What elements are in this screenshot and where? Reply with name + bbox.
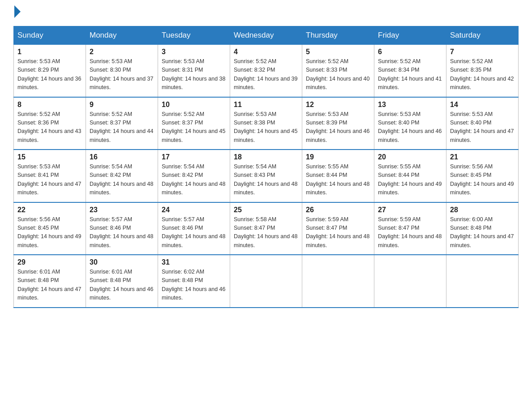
calendar-cell: 29 Sunrise: 6:01 AMSunset: 8:48 PMDaylig… [14, 255, 86, 308]
calendar-cell: 17 Sunrise: 5:54 AMSunset: 8:42 PMDaylig… [158, 150, 230, 202]
day-info: Sunrise: 6:01 AMSunset: 8:48 PMDaylight:… [90, 269, 153, 301]
day-number: 23 [90, 206, 154, 214]
day-info: Sunrise: 5:57 AMSunset: 8:46 PMDaylight:… [162, 216, 225, 248]
day-header-thursday: Thursday [302, 26, 374, 45]
calendar-cell: 15 Sunrise: 5:53 AMSunset: 8:41 PMDaylig… [14, 150, 86, 202]
calendar-cell: 7 Sunrise: 5:52 AMSunset: 8:35 PMDayligh… [446, 45, 519, 97]
calendar-cell: 21 Sunrise: 5:56 AMSunset: 8:45 PMDaylig… [446, 150, 519, 202]
calendar-cell: 14 Sunrise: 5:53 AMSunset: 8:40 PMDaylig… [446, 97, 519, 150]
day-number: 29 [17, 258, 82, 266]
calendar-cell: 11 Sunrise: 5:53 AMSunset: 8:38 PMDaylig… [230, 97, 302, 150]
calendar-cell: 20 Sunrise: 5:55 AMSunset: 8:44 PMDaylig… [374, 150, 446, 202]
day-header-row: SundayMondayTuesdayWednesdayThursdayFrid… [14, 26, 519, 45]
day-info: Sunrise: 5:53 AMSunset: 8:38 PMDaylight:… [234, 111, 297, 143]
calendar-cell [230, 255, 302, 308]
day-number: 30 [90, 258, 154, 266]
day-number: 3 [162, 48, 226, 56]
calendar-cell: 22 Sunrise: 5:56 AMSunset: 8:45 PMDaylig… [14, 202, 86, 255]
day-info: Sunrise: 5:53 AMSunset: 8:40 PMDaylight:… [450, 111, 514, 143]
day-number: 17 [162, 153, 226, 161]
day-number: 20 [378, 153, 442, 161]
calendar-cell: 8 Sunrise: 5:52 AMSunset: 8:36 PMDayligh… [14, 97, 86, 150]
day-info: Sunrise: 5:54 AMSunset: 8:42 PMDaylight:… [90, 163, 153, 196]
day-info: Sunrise: 6:01 AMSunset: 8:48 PMDaylight:… [17, 269, 81, 301]
day-number: 22 [17, 206, 82, 214]
calendar-cell: 27 Sunrise: 5:59 AMSunset: 8:47 PMDaylig… [374, 202, 446, 255]
week-row-2: 8 Sunrise: 5:52 AMSunset: 8:36 PMDayligh… [14, 97, 519, 150]
calendar-cell: 23 Sunrise: 5:57 AMSunset: 8:46 PMDaylig… [86, 202, 158, 255]
day-number: 2 [90, 48, 154, 56]
calendar-cell: 30 Sunrise: 6:01 AMSunset: 8:48 PMDaylig… [86, 255, 158, 308]
logo [13, 9, 21, 18]
day-info: Sunrise: 5:52 AMSunset: 8:34 PMDaylight:… [378, 58, 442, 90]
calendar-cell [446, 255, 519, 308]
week-row-4: 22 Sunrise: 5:56 AMSunset: 8:45 PMDaylig… [14, 202, 519, 255]
calendar-cell: 18 Sunrise: 5:54 AMSunset: 8:43 PMDaylig… [230, 150, 302, 202]
day-header-tuesday: Tuesday [158, 26, 230, 45]
day-number: 27 [378, 206, 442, 214]
calendar-cell: 3 Sunrise: 5:53 AMSunset: 8:31 PMDayligh… [158, 45, 230, 97]
day-number: 6 [378, 48, 442, 56]
day-number: 19 [306, 153, 370, 161]
day-header-saturday: Saturday [446, 26, 519, 45]
calendar-cell: 6 Sunrise: 5:52 AMSunset: 8:34 PMDayligh… [374, 45, 446, 97]
day-number: 8 [17, 101, 82, 109]
day-info: Sunrise: 5:53 AMSunset: 8:31 PMDaylight:… [162, 58, 225, 90]
day-info: Sunrise: 5:52 AMSunset: 8:36 PMDaylight:… [17, 111, 81, 143]
day-info: Sunrise: 5:53 AMSunset: 8:39 PMDaylight:… [306, 111, 369, 143]
calendar-cell: 4 Sunrise: 5:52 AMSunset: 8:32 PMDayligh… [230, 45, 302, 97]
logo-triangle-icon [14, 5, 21, 18]
day-number: 7 [450, 48, 515, 56]
day-number: 21 [450, 153, 515, 161]
day-number: 31 [162, 258, 226, 266]
day-number: 25 [234, 206, 298, 214]
day-info: Sunrise: 6:00 AMSunset: 8:48 PMDaylight:… [450, 216, 514, 248]
day-info: Sunrise: 5:55 AMSunset: 8:44 PMDaylight:… [378, 163, 442, 196]
day-number: 1 [17, 48, 82, 56]
day-header-friday: Friday [374, 26, 446, 45]
day-info: Sunrise: 5:53 AMSunset: 8:30 PMDaylight:… [90, 58, 153, 90]
week-row-5: 29 Sunrise: 6:01 AMSunset: 8:48 PMDaylig… [14, 255, 519, 308]
calendar-cell: 9 Sunrise: 5:52 AMSunset: 8:37 PMDayligh… [86, 97, 158, 150]
day-header-wednesday: Wednesday [230, 26, 302, 45]
calendar-cell: 24 Sunrise: 5:57 AMSunset: 8:46 PMDaylig… [158, 202, 230, 255]
day-number: 24 [162, 206, 226, 214]
day-number: 13 [378, 101, 442, 109]
calendar-table: SundayMondayTuesdayWednesdayThursdayFrid… [13, 26, 519, 308]
day-info: Sunrise: 5:52 AMSunset: 8:37 PMDaylight:… [90, 111, 153, 143]
day-info: Sunrise: 5:56 AMSunset: 8:45 PMDaylight:… [17, 216, 81, 248]
day-info: Sunrise: 5:54 AMSunset: 8:43 PMDaylight:… [234, 163, 297, 196]
day-info: Sunrise: 5:52 AMSunset: 8:35 PMDaylight:… [450, 58, 514, 90]
day-number: 14 [450, 101, 515, 109]
day-number: 26 [306, 206, 370, 214]
day-number: 12 [306, 101, 370, 109]
day-info: Sunrise: 5:53 AMSunset: 8:29 PMDaylight:… [17, 58, 81, 90]
calendar-cell: 10 Sunrise: 5:52 AMSunset: 8:37 PMDaylig… [158, 97, 230, 150]
day-info: Sunrise: 6:02 AMSunset: 8:48 PMDaylight:… [162, 269, 225, 301]
calendar-cell: 16 Sunrise: 5:54 AMSunset: 8:42 PMDaylig… [86, 150, 158, 202]
day-number: 9 [90, 101, 154, 109]
week-row-3: 15 Sunrise: 5:53 AMSunset: 8:41 PMDaylig… [14, 150, 519, 202]
calendar-cell: 28 Sunrise: 6:00 AMSunset: 8:48 PMDaylig… [446, 202, 519, 255]
day-number: 5 [306, 48, 370, 56]
day-info: Sunrise: 5:57 AMSunset: 8:46 PMDaylight:… [90, 216, 153, 248]
day-info: Sunrise: 5:59 AMSunset: 8:47 PMDaylight:… [378, 216, 442, 248]
day-number: 28 [450, 206, 515, 214]
calendar-cell [374, 255, 446, 308]
day-info: Sunrise: 5:58 AMSunset: 8:47 PMDaylight:… [234, 216, 297, 248]
day-info: Sunrise: 5:52 AMSunset: 8:33 PMDaylight:… [306, 58, 369, 90]
page-header [13, 9, 519, 18]
day-number: 4 [234, 48, 298, 56]
calendar-cell: 31 Sunrise: 6:02 AMSunset: 8:48 PMDaylig… [158, 255, 230, 308]
week-row-1: 1 Sunrise: 5:53 AMSunset: 8:29 PMDayligh… [14, 45, 519, 97]
calendar-cell: 13 Sunrise: 5:53 AMSunset: 8:40 PMDaylig… [374, 97, 446, 150]
day-info: Sunrise: 5:53 AMSunset: 8:40 PMDaylight:… [378, 111, 442, 143]
day-info: Sunrise: 5:52 AMSunset: 8:32 PMDaylight:… [234, 58, 297, 90]
day-number: 11 [234, 101, 298, 109]
calendar-cell: 19 Sunrise: 5:55 AMSunset: 8:44 PMDaylig… [302, 150, 374, 202]
day-number: 15 [17, 153, 82, 161]
calendar-cell: 5 Sunrise: 5:52 AMSunset: 8:33 PMDayligh… [302, 45, 374, 97]
calendar-cell: 25 Sunrise: 5:58 AMSunset: 8:47 PMDaylig… [230, 202, 302, 255]
calendar-cell: 26 Sunrise: 5:59 AMSunset: 8:47 PMDaylig… [302, 202, 374, 255]
day-info: Sunrise: 5:56 AMSunset: 8:45 PMDaylight:… [450, 163, 514, 196]
